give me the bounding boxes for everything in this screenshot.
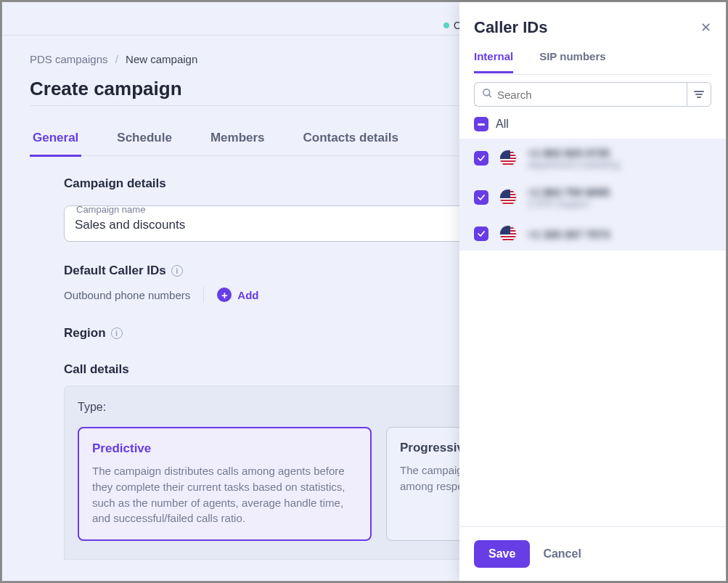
number-text: +1 320 267 7573 <box>528 228 610 240</box>
outbound-label: Outbound phone numbers <box>64 289 190 301</box>
tab-schedule[interactable]: Schedule <box>114 131 175 155</box>
default-caller-ids-text: Default Caller IDs <box>64 264 166 278</box>
svg-line-1 <box>488 94 491 97</box>
filter-button[interactable] <box>687 82 711 107</box>
search-icon <box>482 88 493 101</box>
filter-icon <box>694 91 704 98</box>
plus-icon: + <box>217 288 232 302</box>
save-button[interactable]: Save <box>474 540 530 568</box>
breadcrumb-root-link[interactable]: PDS campaigns <box>30 53 108 65</box>
breadcrumb-current: New campaign <box>126 53 197 65</box>
region-text: Region <box>64 326 106 341</box>
add-label: Add <box>237 289 258 301</box>
cancel-button[interactable]: Cancel <box>543 547 581 560</box>
list-item[interactable]: +1 320 267 7573 <box>459 217 726 250</box>
panel-footer: Save Cancel <box>459 526 726 581</box>
search-wrap <box>459 75 726 113</box>
checkbox-checked-icon[interactable] <box>474 227 488 241</box>
checkbox-indeterminate-icon[interactable] <box>474 117 488 131</box>
select-all-row[interactable]: All <box>459 113 726 139</box>
type-card-predictive[interactable]: Predictive The campaign distributes call… <box>78 427 372 541</box>
panel-tab-sip[interactable]: SIP numbers <box>539 50 605 73</box>
tab-general[interactable]: General <box>30 131 81 157</box>
select-all-label: All <box>496 118 509 131</box>
vertical-divider <box>203 287 204 303</box>
panel-tab-internal[interactable]: Internal <box>474 50 513 73</box>
list-item[interactable]: +1 802 825 0735 department-marketing <box>459 139 726 178</box>
number-text: +1 802 825 0735 department-marketing <box>528 147 620 170</box>
number-list: +1 802 825 0735 department-marketing +1 … <box>459 139 726 250</box>
us-flag-icon <box>499 189 517 206</box>
checkbox-checked-icon[interactable] <box>474 190 488 205</box>
search-input[interactable] <box>497 89 679 101</box>
list-item[interactable]: +1 863 750 8095 CVFR Support <box>459 178 726 217</box>
add-caller-id-button[interactable]: + Add <box>217 288 258 302</box>
campaign-name-label: Campaign name <box>75 204 147 215</box>
close-icon[interactable]: ✕ <box>700 20 711 36</box>
call-details-text: Call details <box>64 362 129 377</box>
number-text: +1 863 750 8095 CVFR Support <box>528 186 610 209</box>
breadcrumb-separator: / <box>115 53 118 65</box>
checkbox-checked-icon[interactable] <box>474 151 488 166</box>
predictive-desc: The campaign distributes calls among age… <box>92 463 357 526</box>
panel-tabs: Internal SIP numbers <box>459 43 726 74</box>
caller-ids-panel: Caller IDs ✕ Internal SIP numbers <box>459 2 726 581</box>
predictive-title: Predictive <box>92 441 357 456</box>
status-dot-icon <box>443 23 449 28</box>
breadcrumb: PDS campaigns / New campaign <box>30 53 197 65</box>
search-box[interactable] <box>474 82 687 107</box>
panel-title: Caller IDs <box>474 18 548 37</box>
panel-header: Caller IDs ✕ <box>459 2 726 43</box>
page-title: Create campaign <box>30 78 182 100</box>
info-icon[interactable]: i <box>171 265 183 277</box>
us-flag-icon <box>499 150 517 167</box>
tab-contacts-details[interactable]: Contacts details <box>300 131 401 155</box>
tab-members[interactable]: Members <box>208 131 268 155</box>
app-frame: O PDS campaigns / New campaign Create ca… <box>1 1 727 582</box>
us-flag-icon <box>499 225 517 242</box>
info-icon[interactable]: i <box>111 327 123 339</box>
